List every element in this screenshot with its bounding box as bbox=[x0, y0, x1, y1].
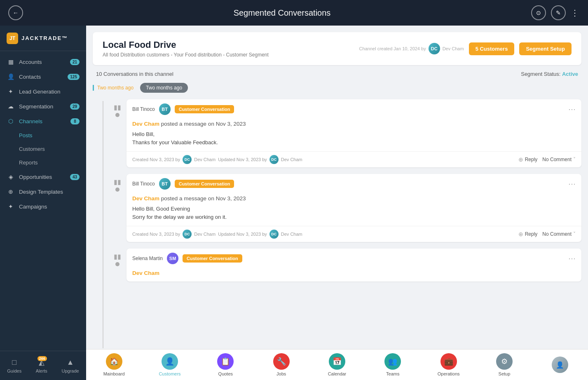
sidebar-item-reports[interactable]: Reports bbox=[0, 156, 86, 169]
more-dots-3[interactable]: ⋯ bbox=[568, 254, 576, 263]
quotes-label: Quotes bbox=[218, 371, 233, 376]
opportunities-icon: ◈ bbox=[7, 174, 15, 180]
post-text: posted a message on Nov 3, 2023 bbox=[161, 121, 246, 127]
filter-button[interactable]: ⊙ bbox=[531, 5, 546, 20]
comment-button[interactable]: No Comment ˅ bbox=[542, 231, 576, 237]
more-button[interactable]: ⋮ bbox=[571, 8, 580, 18]
channel-created-label: Channel created Jan 10, 2024 by bbox=[359, 46, 426, 51]
mainboard-label: Mainboard bbox=[103, 371, 125, 376]
sidebar-item-channels[interactable]: ⬡ Channels 8 bbox=[0, 114, 86, 129]
conv-post-title: Dev Cham bbox=[132, 270, 576, 276]
guides-label: Guides bbox=[7, 368, 21, 373]
more-dots-1[interactable]: ⋯ bbox=[568, 105, 576, 114]
bottom-nav-jobs[interactable]: 🔧 Jobs bbox=[267, 352, 296, 378]
alerts-button[interactable]: ◭ 266 Alerts bbox=[33, 356, 51, 375]
updated-label: Updated Nov 3, 2023 by bbox=[218, 157, 267, 162]
timeline-body: ▮▮ Bill Tinoco BT Customer Conversation … bbox=[93, 98, 581, 348]
conversation-badge: Customer Conversation bbox=[183, 254, 242, 263]
back-icon: ← bbox=[13, 9, 19, 16]
comment-button[interactable]: No Comment ˅ bbox=[542, 157, 576, 162]
sidebar-item-lead-generation[interactable]: ✦ Lead Generation bbox=[0, 84, 86, 99]
conversation-badge: Customer Conversation bbox=[175, 180, 234, 188]
conv-actions: ⊕ Reply No Comment ˅ bbox=[518, 231, 576, 237]
edit-button[interactable]: ✎ bbox=[551, 5, 566, 20]
sidebar-item-campaigns[interactable]: ✦ Campaigns bbox=[0, 199, 86, 214]
bottom-nav-setup[interactable]: ⚙ Setup bbox=[490, 352, 519, 378]
sidebar-item-customers[interactable]: Customers bbox=[0, 142, 86, 156]
sidebar-item-posts[interactable]: Posts bbox=[0, 129, 86, 142]
sidebar-item-opportunities[interactable]: ◈ Opportunities 43 bbox=[0, 169, 86, 184]
table-row: ▮▮ Bill Tinoco BT Customer Conversation … bbox=[113, 174, 581, 242]
customers-label: Customers bbox=[19, 146, 45, 152]
sidebar-item-label: Channels bbox=[19, 118, 42, 124]
bottom-nav-calendar[interactable]: 📅 Calendar bbox=[323, 352, 351, 378]
sidebar-item-contacts[interactable]: 👤 Contacts 125 bbox=[0, 69, 86, 84]
more-icon: ⋮ bbox=[571, 8, 580, 17]
conv-card-3: Selena Martin SM Customer Conversation ⋯… bbox=[127, 249, 581, 281]
channel-header-right: Channel created Jan 10, 2024 by DC Dev C… bbox=[359, 42, 572, 55]
updated-by-avatar: DC bbox=[269, 230, 279, 239]
creator-avatar: DC bbox=[429, 43, 440, 54]
bottom-nav-operations[interactable]: 💼 Operations bbox=[434, 352, 463, 378]
reply-button[interactable]: ⊕ Reply bbox=[518, 231, 538, 237]
assigned-user: Selena Martin bbox=[132, 256, 163, 261]
customers-button[interactable]: 5 Customers bbox=[469, 42, 515, 55]
segment-status-value: Active bbox=[562, 71, 578, 77]
more-dots-2[interactable]: ⋯ bbox=[568, 179, 576, 188]
filter-icon: ⊙ bbox=[536, 9, 541, 16]
sidebar-item-label: Lead Generation bbox=[19, 89, 61, 95]
teams-label: Teams bbox=[386, 371, 399, 376]
jobs-label: Jobs bbox=[276, 371, 286, 376]
sidebar-bottom: □ Guides ◭ 266 Alerts ▲ Upgrade bbox=[0, 351, 86, 380]
header-left: ← bbox=[8, 5, 33, 20]
post-dot bbox=[115, 188, 119, 192]
contacts-icon: 👤 bbox=[7, 73, 15, 80]
timeline-label-left: Two months ago bbox=[93, 85, 134, 91]
sidebar-item-segmentation[interactable]: ☁ Segmentation 29 bbox=[0, 99, 86, 114]
channels-badge: 8 bbox=[70, 118, 80, 124]
conv-card-body: Dev Cham posted a message on Nov 3, 2023… bbox=[127, 117, 581, 151]
timeline-label-row: Two months ago Two months ago bbox=[93, 83, 581, 93]
post-dot bbox=[115, 113, 119, 117]
user-profile-button[interactable]: 👤 bbox=[546, 355, 574, 375]
post-dot-col: ▮▮ bbox=[113, 174, 122, 192]
calendar-icon: 📅 bbox=[329, 353, 345, 370]
content-area: Local Food Drive All food Distribution c… bbox=[86, 26, 588, 380]
conv-post-title: Dev Cham posted a message on Nov 3, 2023 bbox=[132, 195, 576, 202]
sidebar-item-design-templates[interactable]: ⊕ Design Templates bbox=[0, 184, 86, 199]
customers-nav-icon: 👤 bbox=[162, 353, 178, 370]
conv-card-header: Bill Tinoco BT Customer Conversation ⋯ bbox=[127, 99, 581, 117]
conv-card-body: Dev Cham posted a message on Nov 3, 2023… bbox=[127, 192, 581, 226]
copy-icon[interactable]: ▮▮ bbox=[114, 253, 121, 260]
bottom-nav-quotes[interactable]: 📋 Quotes bbox=[211, 352, 240, 378]
contacts-badge: 125 bbox=[68, 74, 80, 80]
user-avatar: 👤 bbox=[552, 357, 568, 373]
conv-list: ▮▮ Bill Tinoco BT Customer Conversation … bbox=[113, 98, 581, 348]
plus-icon: ⊕ bbox=[518, 231, 523, 237]
conversation-badge: Customer Conversation bbox=[175, 105, 234, 113]
upgrade-button[interactable]: ▲ Upgrade bbox=[58, 357, 82, 375]
created-label: Created Nov 3, 2023 by bbox=[132, 157, 180, 162]
sidebar-item-accounts[interactable]: ▦ Accounts 21 bbox=[0, 54, 86, 69]
assigned-user: Bill Tinoco bbox=[132, 106, 155, 112]
logo-icon: JT bbox=[7, 33, 18, 44]
channel-meta: Channel created Jan 10, 2024 by DC Dev C… bbox=[359, 43, 464, 54]
copy-icon[interactable]: ▮▮ bbox=[114, 178, 121, 186]
sidebar-item-label: Campaigns bbox=[19, 204, 47, 210]
bottom-nav-mainboard[interactable]: 🏠 Mainboard bbox=[100, 352, 129, 378]
message-line1: Hello Bill, bbox=[132, 131, 155, 137]
segment-setup-button[interactable]: Segment Setup bbox=[519, 42, 572, 55]
updated-by: Dev Cham bbox=[281, 232, 302, 237]
back-button[interactable]: ← bbox=[8, 5, 23, 20]
bottom-nav-teams[interactable]: 👥 Teams bbox=[378, 352, 407, 378]
main-layout: JT JACKTRADE™ ▦ Accounts 21 👤 Contacts 1… bbox=[0, 26, 588, 380]
conv-card-header: Selena Martin SM Customer Conversation ⋯ bbox=[127, 249, 581, 267]
guides-button[interactable]: □ Guides bbox=[4, 357, 25, 375]
guides-icon: □ bbox=[12, 358, 16, 367]
quotes-icon: 📋 bbox=[217, 353, 234, 370]
sidebar: JT JACKTRADE™ ▦ Accounts 21 👤 Contacts 1… bbox=[0, 26, 86, 380]
bottom-nav-customers[interactable]: 👤 Customers bbox=[155, 352, 184, 378]
poster-name: Dev Cham bbox=[132, 195, 159, 202]
reply-button[interactable]: ⊕ Reply bbox=[518, 156, 538, 163]
copy-icon[interactable]: ▮▮ bbox=[114, 103, 121, 111]
